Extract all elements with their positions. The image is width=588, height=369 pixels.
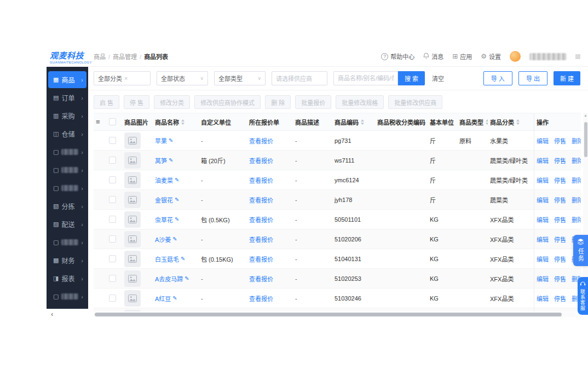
breadcrumb-item[interactable]: 商品 — [94, 54, 106, 60]
horizontal-scroll-thumb[interactable] — [95, 313, 562, 316]
edit-name-icon[interactable]: ✎ — [169, 157, 173, 163]
sidebar-item-reports[interactable]: ◨报表› — [48, 270, 87, 287]
edit-name-icon[interactable]: ✎ — [175, 216, 179, 222]
row-edit-link[interactable]: 编辑 — [537, 136, 549, 145]
bulk-action-batch-edit-spec[interactable]: 批量修改规格 — [336, 95, 384, 109]
select-all-checkbox[interactable] — [109, 118, 116, 125]
sort-icon[interactable] — [181, 119, 185, 125]
row-edit-link[interactable]: 编辑 — [537, 255, 549, 263]
help-center-link[interactable]: ? 帮助中心 — [381, 52, 414, 61]
view-quote-link[interactable]: 查看报价 — [249, 255, 273, 263]
export-button[interactable]: 导 出 — [518, 71, 547, 85]
messages-link[interactable]: 消息 — [423, 52, 443, 61]
sidebar-item-delivery[interactable]: ▨配送› — [48, 216, 87, 233]
row-checkbox[interactable] — [109, 216, 116, 223]
row-checkbox[interactable] — [109, 275, 116, 282]
row-checkbox[interactable] — [109, 196, 116, 203]
sidebar-item-purchase[interactable]: ▥采购› — [48, 107, 87, 124]
row-delete-link[interactable]: 删除 — [572, 136, 581, 145]
expand-rows-icon[interactable]: ≡ — [96, 118, 100, 126]
row-checkbox[interactable] — [109, 176, 116, 183]
row-stop-sale-link[interactable]: 停售 — [554, 215, 566, 224]
sidebar-collapse-button[interactable]: ‹ — [47, 309, 88, 319]
remove-tag-icon[interactable]: × — [124, 75, 128, 82]
sort-icon[interactable] — [516, 119, 520, 125]
product-name-link[interactable]: 虫草花 — [155, 215, 173, 224]
row-stop-sale-link[interactable]: 停售 — [554, 274, 566, 283]
user-menu-icon[interactable] — [575, 54, 580, 59]
product-name-link[interactable]: 莴笋 — [155, 156, 167, 165]
row-stop-sale-link[interactable]: 停售 — [554, 156, 566, 165]
row-stop-sale-link[interactable]: 停售 — [554, 294, 566, 303]
product-name-link[interactable]: A去皮马蹄 — [155, 274, 183, 283]
apps-link[interactable]: ⊞ 应用 — [452, 52, 472, 61]
row-stop-sale-link[interactable]: 停售 — [554, 235, 566, 244]
clear-button[interactable]: 清空 — [432, 74, 444, 83]
row-checkbox[interactable] — [109, 295, 116, 302]
product-name-link[interactable]: 金银花 — [155, 195, 173, 204]
bulk-action-delete[interactable]: 删 除 — [265, 95, 291, 109]
edit-name-icon[interactable]: ✎ — [172, 295, 177, 301]
row-delete-link[interactable]: 删除 — [572, 176, 581, 184]
view-quote-link[interactable]: 查看报价 — [249, 235, 273, 244]
sidebar-item-redacted-1[interactable]: ▢› — [48, 143, 87, 160]
bulk-action-batch-edit-supplier[interactable]: 批量修改供应商 — [388, 95, 442, 109]
sort-icon[interactable] — [361, 119, 364, 125]
type-filter[interactable]: 全部类型 ∨ — [214, 71, 266, 85]
avatar[interactable] — [510, 51, 521, 62]
product-name-link[interactable]: A红豆 — [155, 294, 171, 303]
create-button[interactable]: 新 建 — [554, 71, 580, 85]
product-name-link[interactable]: A沙姜 — [155, 235, 171, 244]
import-button[interactable]: 导 入 — [483, 71, 512, 85]
row-edit-link[interactable]: 编辑 — [537, 195, 549, 204]
row-stop-sale-link[interactable]: 停售 — [554, 195, 566, 204]
edit-name-icon[interactable]: ✎ — [169, 137, 173, 143]
breadcrumb-item[interactable]: 商品管理 — [113, 54, 137, 60]
scroll-up-icon[interactable]: ▲ — [584, 113, 587, 118]
edit-name-icon[interactable]: ✎ — [185, 275, 189, 281]
edit-name-icon[interactable]: ✎ — [175, 197, 179, 203]
sidebar-item-redacted-3[interactable]: ▢› — [48, 180, 87, 197]
sidebar-item-orders[interactable]: ▤订单› — [48, 89, 87, 106]
sidebar-item-sorting[interactable]: ▧分拣› — [48, 198, 87, 215]
sidebar-item-warehouse[interactable]: ◫仓储› — [48, 125, 87, 142]
row-stop-sale-link[interactable]: 停售 — [554, 136, 566, 145]
bulk-action-batch-quote[interactable]: 批量报价 — [295, 95, 331, 109]
view-quote-link[interactable]: 查看报价 — [249, 195, 273, 204]
keyword-input[interactable] — [333, 71, 398, 85]
product-name-link[interactable]: 苹果 — [155, 136, 167, 145]
row-delete-link[interactable]: 删除 — [572, 195, 581, 204]
category-filter[interactable]: 全部分类 × — [94, 71, 151, 85]
row-checkbox[interactable] — [109, 255, 116, 262]
sidebar-item-redacted-2[interactable]: ▢› — [48, 162, 87, 178]
bulk-action-start-sale[interactable]: 启 售 — [94, 95, 119, 109]
view-quote-link[interactable]: 查看报价 — [249, 294, 273, 303]
view-quote-link[interactable]: 查看报价 — [249, 215, 273, 224]
row-checkbox[interactable] — [109, 137, 116, 144]
status-filter[interactable]: 全部状态 ∨ — [157, 71, 208, 85]
row-delete-link[interactable]: 删除 — [572, 156, 581, 165]
product-name-link[interactable]: 油麦菜 — [155, 176, 173, 184]
row-edit-link[interactable]: 编辑 — [537, 235, 549, 244]
settings-link[interactable]: ⚙ 设置 — [481, 52, 501, 61]
supplier-filter[interactable]: 请选择供应商 — [272, 71, 327, 85]
row-edit-link[interactable]: 编辑 — [537, 274, 549, 283]
tasks-floating-tab[interactable]: 任务 — [573, 235, 588, 266]
view-quote-link[interactable]: 查看报价 — [249, 176, 273, 184]
contact-service-floating-tab[interactable]: 联系客服 — [578, 277, 588, 315]
search-button[interactable]: 搜 索 — [398, 71, 425, 85]
view-quote-link[interactable]: 查看报价 — [249, 136, 273, 145]
row-checkbox[interactable] — [109, 235, 116, 243]
row-stop-sale-link[interactable]: 停售 — [554, 255, 566, 263]
sidebar-item-redacted-4[interactable]: ▢› — [48, 234, 87, 251]
edit-name-icon[interactable]: ✎ — [175, 177, 179, 183]
bulk-action-stop-sale[interactable]: 停 售 — [124, 95, 149, 109]
sidebar-item-finance[interactable]: ▩财务› — [48, 252, 87, 269]
row-stop-sale-link[interactable]: 停售 — [554, 176, 566, 184]
row-edit-link[interactable]: 编辑 — [537, 176, 549, 184]
product-name-link[interactable]: 白玉菇毛 — [155, 255, 179, 263]
row-edit-link[interactable]: 编辑 — [537, 156, 549, 165]
row-checkbox[interactable] — [109, 157, 116, 164]
row-delete-link[interactable]: 删除 — [572, 215, 581, 224]
sidebar-item-redacted-5[interactable]: ▢› — [48, 288, 87, 305]
